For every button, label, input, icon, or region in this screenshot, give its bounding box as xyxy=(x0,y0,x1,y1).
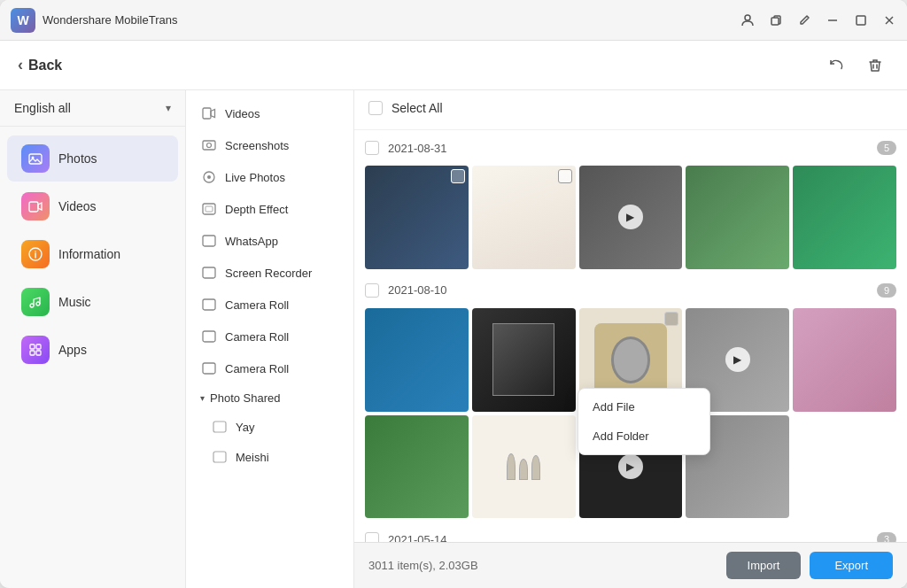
middle-item-camera-roll-1[interactable]: Camera Roll xyxy=(186,289,353,321)
photo-thumb[interactable] xyxy=(472,308,576,412)
svg-rect-17 xyxy=(36,344,41,349)
apps-icon xyxy=(21,336,50,364)
maximize-button[interactable] xyxy=(854,13,868,27)
middle-item-screen-recorder[interactable]: Screen Recorder xyxy=(186,257,353,289)
play-overlay: ▶ xyxy=(579,166,683,269)
camera-roll-2-label: Camera Roll xyxy=(225,330,289,344)
photo-thumb[interactable]: ▶ xyxy=(579,166,683,269)
import-button[interactable]: Import xyxy=(726,552,802,579)
photos-scroll-area[interactable]: 2021-08-31 5 xyxy=(354,130,907,542)
information-label: Information xyxy=(58,247,120,261)
middle-item-camera-roll-2[interactable]: Camera Roll xyxy=(186,321,353,352)
photo-thumb[interactable] xyxy=(793,308,896,412)
select-all-checkbox[interactable] xyxy=(368,101,383,115)
app-window: W Wondershare MobileTrans xyxy=(0,0,907,588)
middle-item-depth-effect[interactable]: Depth Effect xyxy=(186,193,353,225)
svg-rect-16 xyxy=(30,344,35,349)
minimize-button[interactable] xyxy=(826,13,840,27)
date-section-2021-05-14: 2021-05-14 3 xyxy=(365,529,896,542)
undo-button[interactable] xyxy=(822,51,850,80)
music-label: Music xyxy=(58,295,91,309)
svg-rect-26 xyxy=(205,206,213,212)
items-count-label: 3011 item(s), 2.03GB xyxy=(368,559,726,572)
svg-rect-10 xyxy=(29,202,38,212)
svg-rect-1 xyxy=(771,18,779,25)
svg-rect-27 xyxy=(203,236,215,246)
photo-checkbox[interactable] xyxy=(664,312,678,326)
sidebar-items: Photos Videos Information xyxy=(0,127,185,382)
sidebar-item-information[interactable]: Information xyxy=(7,231,178,277)
photo-checkbox[interactable] xyxy=(451,169,465,183)
svg-rect-21 xyxy=(203,141,215,150)
middle-subitem-yay[interactable]: Yay xyxy=(186,412,353,442)
sidebar-item-music[interactable]: Music xyxy=(7,279,178,325)
date-section-2021-08-31: 2021-08-31 5 xyxy=(365,137,896,269)
language-dropdown[interactable]: English all ▾ xyxy=(0,90,185,127)
middle-item-screenshots[interactable]: Screenshots xyxy=(186,129,353,161)
photo-thumb[interactable] xyxy=(365,308,469,412)
depth-effect-icon xyxy=(200,200,218,218)
middle-item-camera-roll-3[interactable]: Camera Roll xyxy=(186,352,353,384)
videos-label: Videos xyxy=(58,199,97,213)
sidebar-item-photos[interactable]: Photos xyxy=(7,135,178,182)
photo-thumb[interactable] xyxy=(365,166,469,269)
date-checkbox-2[interactable] xyxy=(365,283,379,298)
context-menu-add-file[interactable]: Add File xyxy=(578,392,709,422)
app-title: Wondershare MobileTrans xyxy=(43,13,740,27)
restore-icon[interactable] xyxy=(769,13,783,27)
middle-item-live-photos[interactable]: Live Photos xyxy=(186,161,353,193)
whatsapp-label: WhatsApp xyxy=(225,235,278,248)
bottom-bar: 3011 item(s), 2.03GB Import Export xyxy=(354,542,907,588)
date-header-1: 2021-08-31 5 xyxy=(365,137,896,159)
photo-thumb[interactable] xyxy=(472,415,576,519)
yay-icon xyxy=(211,418,229,436)
screenshots-label: Screenshots xyxy=(225,139,289,152)
photo-thumb[interactable] xyxy=(686,166,789,269)
information-icon xyxy=(21,240,50,268)
edit-icon[interactable] xyxy=(797,13,811,27)
back-arrow-icon: ‹ xyxy=(18,56,23,74)
profile-icon[interactable] xyxy=(740,13,755,27)
date-label-2: 2021-08-10 xyxy=(388,283,868,297)
svg-rect-28 xyxy=(203,267,215,278)
titlebar: W Wondershare MobileTrans xyxy=(0,0,907,41)
play-button-icon[interactable]: ▶ xyxy=(618,205,643,229)
photos-content: Select All 2021-08-31 5 xyxy=(354,90,907,588)
svg-rect-29 xyxy=(203,299,215,310)
photo-shared-label: Photo Shared xyxy=(210,391,281,405)
middle-item-videos[interactable]: Videos xyxy=(186,97,353,129)
apps-label: Apps xyxy=(58,343,87,357)
middle-subitem-meishi[interactable]: Meishi xyxy=(186,442,353,472)
svg-rect-31 xyxy=(203,363,215,374)
photo-checkbox[interactable] xyxy=(558,169,572,183)
play-button-icon[interactable]: ▶ xyxy=(618,454,643,479)
export-button[interactable]: Export xyxy=(810,552,893,579)
yay-label: Yay xyxy=(236,421,254,434)
topbar-actions xyxy=(822,51,889,80)
photos-icon xyxy=(21,144,50,173)
photo-thumb[interactable] xyxy=(793,166,896,269)
svg-rect-20 xyxy=(203,108,211,119)
sidebar-item-apps[interactable]: Apps xyxy=(7,327,178,373)
camera-roll-3-icon xyxy=(200,360,218,377)
back-button[interactable]: ‹ Back xyxy=(18,56,62,74)
whatsapp-icon xyxy=(200,232,218,250)
photo-thumb[interactable] xyxy=(472,166,576,269)
close-button[interactable] xyxy=(882,13,896,27)
date-checkbox-3[interactable] xyxy=(365,532,379,542)
date-checkbox-1[interactable] xyxy=(365,141,379,155)
context-menu-add-folder[interactable]: Add Folder xyxy=(578,422,709,451)
delete-button[interactable] xyxy=(861,51,889,80)
photo-thumb[interactable] xyxy=(365,415,469,519)
play-button-icon[interactable]: ▶ xyxy=(725,347,750,372)
music-icon xyxy=(21,288,50,316)
camera-roll-3-label: Camera Roll xyxy=(225,362,289,375)
meishi-label: Meishi xyxy=(236,451,269,464)
photo-shared-header[interactable]: ▾ Photo Shared xyxy=(186,384,353,412)
app-logo: W xyxy=(11,8,35,33)
language-label: English all xyxy=(14,101,71,115)
photo-grid-1: ▶ xyxy=(365,166,896,269)
photos-label: Photos xyxy=(58,151,97,166)
middle-item-whatsapp[interactable]: WhatsApp xyxy=(186,225,353,257)
sidebar-item-videos[interactable]: Videos xyxy=(7,183,178,229)
